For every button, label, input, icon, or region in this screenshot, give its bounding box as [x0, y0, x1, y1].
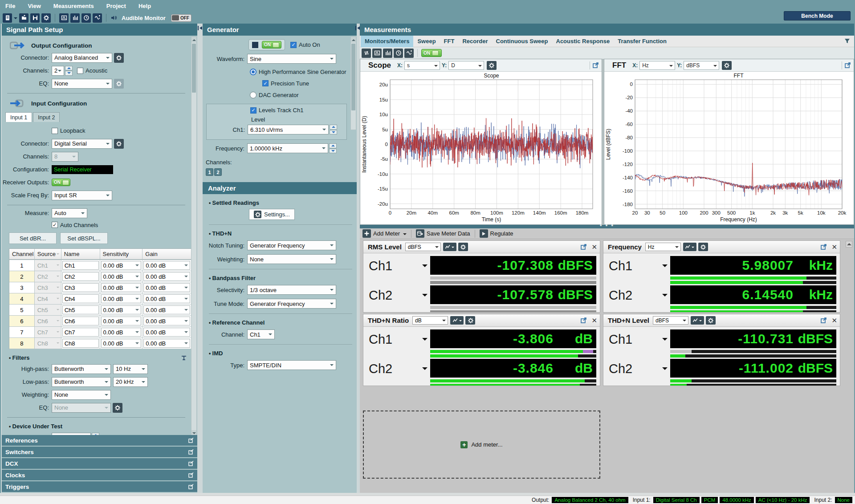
fft-y-dropdown[interactable]: dBFS [684, 61, 719, 70]
menu-item-measurements[interactable]: Measurements [53, 3, 94, 9]
sensitivity-dropdown[interactable]: 0.00 dB [101, 317, 142, 325]
meter-unit-dropdown[interactable]: dB [412, 316, 448, 325]
levels-track-checkbox[interactable] [250, 107, 256, 114]
sensitivity-dropdown[interactable]: 0.00 dB [101, 339, 142, 348]
menu-item-project[interactable]: Project [106, 3, 126, 9]
gen-channel-button-2[interactable]: 2 [214, 168, 222, 176]
source-cell[interactable]: Ch3 [35, 282, 61, 293]
input-connector-dropdown[interactable]: Digital Serial [52, 139, 112, 149]
high-pass-freq-input[interactable]: 10 Hz [113, 364, 148, 374]
tab-transfer-function[interactable]: Transfer Function [614, 36, 671, 47]
fft-popout-icon[interactable] [845, 62, 851, 68]
set-dbspl-button[interactable]: Set dBSPL... [60, 232, 108, 244]
gain-dropdown[interactable]: 0.00 dB [143, 272, 190, 281]
hp-sine-radio[interactable] [250, 69, 256, 75]
acoustic-checkbox[interactable] [77, 68, 83, 74]
output-eq-gear-button[interactable] [114, 79, 124, 89]
save-project-button[interactable] [30, 13, 40, 23]
popout-icon[interactable] [188, 472, 194, 478]
selectivity-dropdown[interactable]: 1/3 octave [247, 285, 336, 295]
meter-channel-selector[interactable]: Ch1 [609, 257, 668, 275]
meter-close-icon[interactable]: ✕ [831, 244, 837, 250]
filters-eq-input[interactable]: None [52, 403, 111, 413]
generator-on-toggle[interactable]: ON [262, 41, 281, 49]
meter-chart-button[interactable] [683, 243, 696, 251]
ref-channel-dropdown[interactable]: Ch1 [247, 329, 275, 339]
meter-channel-selector[interactable]: Ch2 [369, 360, 428, 378]
tab-monitors-meters[interactable]: Monitors/Meters [361, 36, 413, 47]
generator-on-control[interactable]: ON [248, 39, 285, 50]
source-cell[interactable]: Ch8 [35, 338, 61, 349]
meter-channel-selector[interactable]: Ch1 [369, 257, 428, 275]
precision-tune-checkbox[interactable] [262, 80, 269, 86]
menu-item-help[interactable]: Help [138, 3, 151, 9]
meter-popout-icon[interactable] [581, 244, 587, 250]
graphs-meters-splitter[interactable]: • • • [360, 225, 854, 228]
dac-generator-radio[interactable] [250, 92, 256, 98]
waveform-dropdown[interactable]: Sine [247, 54, 336, 64]
collapse-pin-icon[interactable] [181, 355, 187, 361]
an-weighting-dropdown[interactable]: None [247, 254, 336, 264]
accordion-switchers[interactable]: Switchers [2, 447, 197, 457]
settled-settings-button[interactable]: Settings... [249, 209, 295, 220]
popout-icon[interactable] [188, 461, 194, 466]
gen-channel-button-1[interactable]: 1 [206, 168, 213, 176]
input-tab-1[interactable]: Input 1 [5, 112, 32, 122]
scope-y-dropdown[interactable]: D [448, 61, 484, 70]
add-meter-button[interactable]: Add Meter [362, 229, 407, 238]
bench-mode-button[interactable]: Bench Mode [784, 11, 851, 20]
output-channels-input[interactable]: 2 [52, 66, 64, 76]
receiver-outputs-toggle[interactable]: ON [52, 179, 70, 186]
weighting-dropdown[interactable]: None [52, 390, 111, 400]
fft-gear-button[interactable] [722, 61, 732, 70]
scroll-thumb[interactable] [192, 44, 196, 93]
scope-view-button[interactable] [372, 49, 382, 58]
auto-on-checkbox[interactable] [290, 42, 297, 48]
accordion-clocks[interactable]: Clocks [2, 470, 197, 480]
splitter[interactable] [357, 24, 360, 493]
accordion-dcx[interactable]: DCX [2, 458, 197, 469]
meter-gear-button[interactable] [465, 316, 475, 325]
imd-type-dropdown[interactable]: SMPTE/DIN [247, 360, 336, 370]
open-project-button[interactable] [19, 13, 28, 23]
meters-monitor-button[interactable] [70, 13, 80, 23]
high-pass-type-dropdown[interactable]: Butterworth [52, 364, 111, 374]
collapse-left-panel-icon[interactable] [197, 25, 203, 31]
name-input[interactable]: Ch6 [62, 317, 99, 325]
generator-wave-button[interactable] [93, 13, 102, 23]
generator-stop-icon[interactable] [252, 42, 258, 48]
input-connector-gear-button[interactable] [114, 139, 124, 149]
signal-path-scrollbar[interactable] [191, 37, 197, 436]
fft-x-dropdown[interactable]: Hz [639, 61, 675, 70]
tab-recorder[interactable]: Recorder [458, 36, 492, 47]
gain-dropdown[interactable]: 0.00 dB [143, 294, 190, 303]
meters-scroll-up-icon[interactable] [846, 241, 852, 248]
ch1-level-spinner[interactable] [330, 125, 337, 134]
accordion-references[interactable]: References [2, 435, 197, 446]
menu-item-view[interactable]: View [28, 3, 41, 9]
save-meter-data-button[interactable]: Save Meter Data [416, 229, 470, 238]
low-pass-freq-input[interactable]: 20 kHz [113, 377, 148, 387]
source-cell[interactable]: Ch2 [35, 271, 61, 282]
name-input[interactable]: Ch7 [62, 328, 99, 337]
meter-close-icon[interactable]: ✕ [831, 317, 837, 324]
gain-dropdown[interactable]: 0.00 dB [143, 328, 190, 337]
scope-monitor-button[interactable] [59, 13, 69, 23]
source-cell[interactable]: Ch4 [35, 293, 61, 304]
meter-close-icon[interactable]: ✕ [591, 317, 597, 324]
output-connector-gear-button[interactable] [114, 53, 124, 63]
audible-monitor-toggle[interactable]: OFF [171, 14, 191, 22]
measure-dropdown[interactable]: Auto [52, 208, 87, 218]
source-cell[interactable]: Ch5 [35, 305, 61, 315]
tune-mode-dropdown[interactable]: Generator Frequency [247, 299, 336, 309]
generator-scrollbar[interactable] [350, 37, 356, 130]
meter-channel-selector[interactable]: Ch2 [609, 286, 668, 304]
popout-icon[interactable] [188, 449, 194, 455]
scope-popout-icon[interactable] [593, 62, 599, 68]
accordion-triggers[interactable]: Triggers [2, 481, 197, 492]
source-cell[interactable]: Ch1 [35, 260, 61, 271]
meter-chart-button[interactable] [691, 316, 704, 325]
scroll-up-icon[interactable] [351, 37, 356, 43]
add-meter-placeholder[interactable]: + Add meter... [363, 411, 600, 479]
io-swap-button[interactable] [362, 49, 371, 58]
